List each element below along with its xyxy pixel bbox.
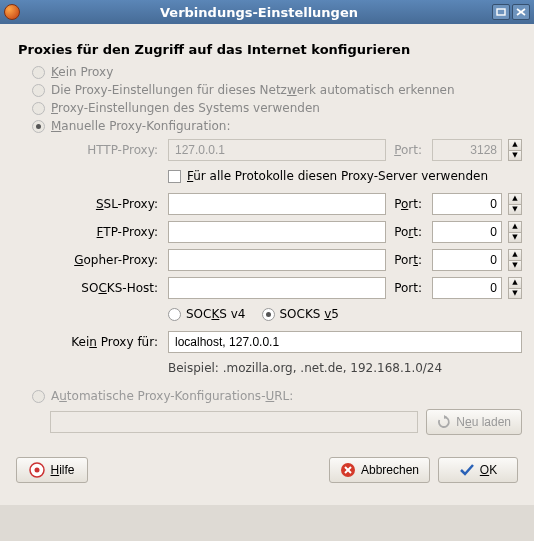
maximize-icon	[496, 8, 506, 16]
radio-auto-config-url: Automatische Proxy-Konfigurations-URL:	[32, 389, 522, 403]
label-http-port: Port:	[392, 143, 426, 157]
close-button[interactable]	[512, 4, 530, 20]
radio-socks-v4[interactable]: SOCKS v4	[168, 307, 246, 321]
spin-up-icon[interactable]: ▲	[508, 221, 522, 232]
label-http-proxy: HTTP-Proxy:	[42, 143, 162, 157]
radio-icon	[168, 308, 181, 321]
spin-up-icon[interactable]: ▲	[508, 139, 522, 150]
ftp-port-spinner: ▲ ▼	[508, 221, 522, 243]
no-proxy-for-input[interactable]	[168, 331, 522, 353]
dialog-window: Verbindungs-Einstellungen Proxies für de…	[0, 0, 534, 505]
radio-no-proxy: Kein Proxy	[32, 65, 522, 79]
spin-up-icon[interactable]: ▲	[508, 277, 522, 288]
radio-system-proxy: Proxy-Einstellungen des Systems verwende…	[32, 101, 522, 115]
gopher-proxy-input[interactable]	[168, 249, 386, 271]
no-proxy-example: Beispiel: .mozilla.org, .net.de, 192.168…	[168, 361, 522, 375]
radio-label: SOCKS v4	[186, 307, 246, 321]
radio-icon	[32, 102, 45, 115]
help-icon	[29, 462, 45, 478]
label-ftp-proxy: FTP-Proxy:	[42, 225, 162, 239]
ftp-proxy-input[interactable]	[168, 221, 386, 243]
radio-socks-v5[interactable]: SOCKS v5	[262, 307, 340, 321]
help-button[interactable]: Hilfe	[16, 457, 88, 483]
label-no-proxy-for: Kein Proxy für:	[42, 335, 162, 349]
reload-label: Neu laden	[456, 415, 511, 429]
radio-icon	[32, 84, 45, 97]
app-icon	[4, 4, 20, 20]
radio-icon	[32, 66, 45, 79]
reload-icon	[437, 415, 451, 429]
svg-rect-0	[497, 9, 505, 15]
radio-label: Die Proxy-Einstellungen für dieses Netzw…	[51, 83, 455, 97]
radio-label: Automatische Proxy-Konfigurations-URL:	[51, 389, 293, 403]
auto-config-url-input	[50, 411, 418, 433]
label-ssl-proxy: SSL-Proxy:	[42, 197, 162, 211]
radio-label: SOCKS v5	[280, 307, 340, 321]
use-for-all-label: Für alle Protokolle diesen Proxy-Server …	[187, 169, 488, 183]
spin-down-icon[interactable]: ▼	[508, 150, 522, 162]
titlebar: Verbindungs-Einstellungen	[0, 0, 534, 24]
spin-down-icon[interactable]: ▼	[508, 204, 522, 216]
socks-port-input[interactable]	[432, 277, 502, 299]
http-proxy-input	[168, 139, 386, 161]
maximize-button[interactable]	[492, 4, 510, 20]
svg-point-4	[35, 468, 40, 473]
radio-label: Kein Proxy	[51, 65, 113, 79]
window-title: Verbindungs-Einstellungen	[26, 5, 492, 20]
label-socks-port: Port:	[392, 281, 426, 295]
gopher-port-spinner: ▲ ▼	[508, 249, 522, 271]
http-port-input	[432, 139, 502, 161]
window-controls	[492, 4, 530, 20]
spin-down-icon[interactable]: ▼	[508, 232, 522, 244]
help-label: Hilfe	[50, 463, 74, 477]
auto-url-row: Neu laden	[50, 409, 522, 435]
socks-port-spinner: ▲ ▼	[508, 277, 522, 299]
label-ftp-port: Port:	[392, 225, 426, 239]
radio-icon	[32, 120, 45, 133]
label-ssl-port: Port:	[392, 197, 426, 211]
ok-label: OK	[480, 463, 497, 477]
radio-manual-proxy: Manuelle Proxy-Konfiguration:	[32, 119, 522, 133]
radio-auto-detect: Die Proxy-Einstellungen für dieses Netzw…	[32, 83, 522, 97]
proxy-grid: HTTP-Proxy: Port: ▲ ▼ Für alle Protokoll…	[42, 139, 522, 381]
use-for-all-row: Für alle Protokolle diesen Proxy-Server …	[168, 169, 522, 183]
cancel-icon	[340, 462, 356, 478]
socks-version-row: SOCKS v4 SOCKS v5	[168, 307, 522, 321]
radio-icon	[262, 308, 275, 321]
socks-host-input[interactable]	[168, 277, 386, 299]
footer-right: Abbrechen OK	[329, 457, 518, 483]
radio-label: Manuelle Proxy-Konfiguration:	[51, 119, 230, 133]
label-socks-host: SOCKS-Host:	[42, 281, 162, 295]
spin-up-icon[interactable]: ▲	[508, 249, 522, 260]
ssl-proxy-input[interactable]	[168, 193, 386, 215]
spin-up-icon[interactable]: ▲	[508, 193, 522, 204]
label-gopher-proxy: Gopher-Proxy:	[42, 253, 162, 267]
spin-down-icon[interactable]: ▼	[508, 260, 522, 272]
dialog-footer: Hilfe Abbrechen OK	[16, 457, 518, 487]
label-gopher-port: Port:	[392, 253, 426, 267]
dialog-content: Proxies für den Zugriff auf das Internet…	[0, 24, 534, 505]
cancel-button[interactable]: Abbrechen	[329, 457, 430, 483]
radio-icon	[32, 390, 45, 403]
ssl-port-spinner: ▲ ▼	[508, 193, 522, 215]
http-port-spinner: ▲ ▼	[508, 139, 522, 161]
radio-label: Proxy-Einstellungen des Systems verwende…	[51, 101, 320, 115]
ok-icon	[459, 462, 475, 478]
use-for-all-checkbox[interactable]	[168, 170, 181, 183]
ssl-port-input[interactable]	[432, 193, 502, 215]
close-icon	[516, 8, 526, 16]
reload-button: Neu laden	[426, 409, 522, 435]
gopher-port-input[interactable]	[432, 249, 502, 271]
spin-down-icon[interactable]: ▼	[508, 288, 522, 300]
ok-button[interactable]: OK	[438, 457, 518, 483]
ftp-port-input[interactable]	[432, 221, 502, 243]
cancel-label: Abbrechen	[361, 463, 419, 477]
section-heading: Proxies für den Zugriff auf das Internet…	[18, 42, 522, 57]
